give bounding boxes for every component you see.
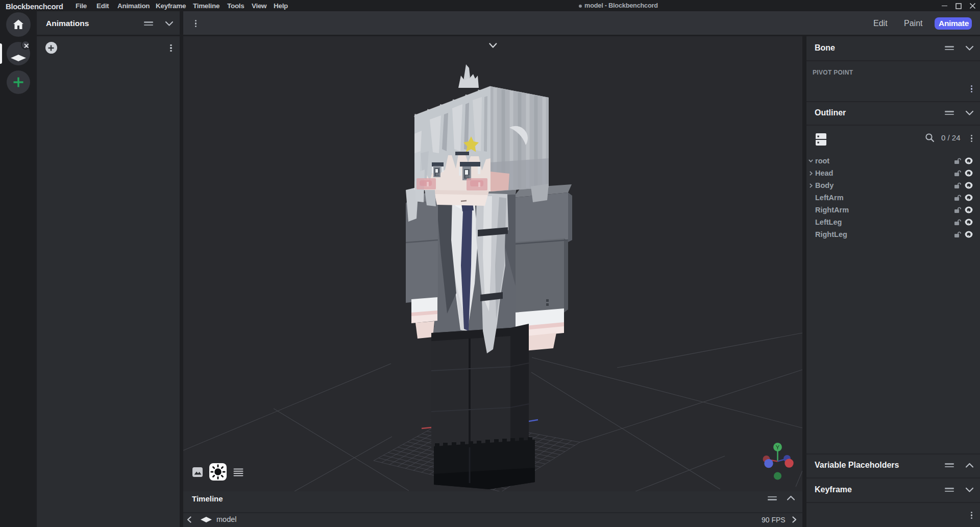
svg-text:Y: Y [776, 444, 780, 450]
